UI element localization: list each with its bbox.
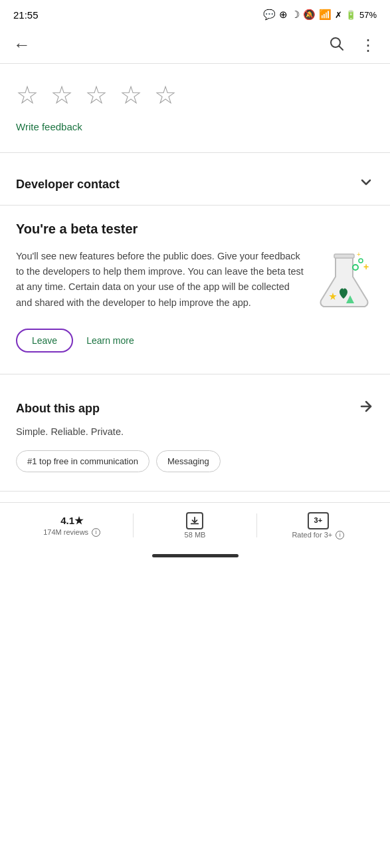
home-bar <box>152 554 239 557</box>
age-rating-icon: 3+ <box>308 512 329 529</box>
star-4[interactable]: ☆ <box>120 82 142 108</box>
info-icon-rating[interactable]: i <box>336 531 344 539</box>
learn-more-button[interactable]: Learn more <box>86 335 134 346</box>
star-5[interactable]: ☆ <box>154 82 177 108</box>
svg-point-6 <box>359 259 363 263</box>
age-rating-box: 3+ <box>308 512 329 529</box>
info-icon-reviews[interactable]: i <box>92 528 100 537</box>
nav-bar: ← ⋮ <box>0 27 390 64</box>
chevron-down-icon <box>358 174 374 194</box>
download-icon <box>186 512 203 529</box>
divider-1 <box>0 152 390 153</box>
tags-row: #1 top free in communication Messaging <box>16 450 374 478</box>
star-1[interactable]: ☆ <box>16 82 39 108</box>
svg-text:+: + <box>357 251 361 258</box>
arrow-right-icon <box>358 398 374 418</box>
beta-tester-section: You're a beta tester You'll see new feat… <box>0 206 390 363</box>
age-stat[interactable]: 3+ Rated for 3+ i <box>257 509 379 542</box>
tag-chip-2[interactable]: Messaging <box>156 450 221 472</box>
more-options-button[interactable]: ⋮ <box>357 33 379 57</box>
stars-row: ☆ ☆ ☆ ☆ ☆ <box>16 82 177 108</box>
battery-icon: 🔋 <box>345 10 356 20</box>
size-stat: 58 MB <box>134 509 256 541</box>
about-header[interactable]: About this app <box>16 398 374 418</box>
tag-chip-1[interactable]: #1 top free in communication <box>16 450 149 472</box>
developer-contact-section[interactable]: Developer contact <box>0 164 390 205</box>
rating-value: 4.1★ <box>60 515 83 527</box>
home-indicator <box>0 549 390 560</box>
svg-line-1 <box>340 46 343 50</box>
rating-stat[interactable]: 4.1★ 174M reviews i <box>11 512 133 539</box>
moon-icon: ☽ <box>291 9 300 21</box>
beta-illustration: + + <box>314 249 374 315</box>
svg-point-5 <box>353 265 358 270</box>
status-icons: 💬 ⊕ ☽ 🔕 📶 ✗ 🔋 57% <box>263 9 377 21</box>
whatsapp-icon: 💬 <box>263 9 276 21</box>
svg-text:+: + <box>363 261 369 272</box>
battery-percent: 57% <box>359 10 377 20</box>
no-signal-icon: ✗ <box>335 10 342 20</box>
divider-4 <box>0 491 390 492</box>
write-feedback-button[interactable]: Write feedback <box>16 118 82 135</box>
beta-tester-title: You're a beta tester <box>16 221 374 237</box>
about-description: Simple. Reliable. Private. <box>16 425 374 440</box>
nav-right: ⋮ <box>326 33 379 58</box>
status-bar: 21:55 💬 ⊕ ☽ 🔕 📶 ✗ 🔋 57% <box>0 0 390 27</box>
about-title: About this app <box>16 402 100 416</box>
about-app-section: About this app Simple. Reliable. Private… <box>0 385 390 480</box>
nav-left: ← <box>11 32 33 58</box>
bottom-bar: 4.1★ 174M reviews i 58 MB 3+ <box>0 502 390 549</box>
star-3[interactable]: ☆ <box>85 82 108 108</box>
connectivity-icon: ⊕ <box>279 9 288 21</box>
size-label: 58 MB <box>185 531 206 539</box>
mute-icon: 🔕 <box>303 9 316 21</box>
star-2[interactable]: ☆ <box>50 82 73 108</box>
wifi-icon: 📶 <box>319 9 332 21</box>
developer-contact-title: Developer contact <box>16 178 120 192</box>
stars-section: ☆ ☆ ☆ ☆ ☆ Write feedback <box>0 64 390 142</box>
reviews-label: 174M reviews i <box>43 528 100 537</box>
rated-for-label: Rated for 3+ i <box>292 531 344 539</box>
beta-buttons: Leave Learn more <box>16 329 374 353</box>
beta-content: You'll see new features before the publi… <box>16 249 374 315</box>
back-button[interactable]: ← <box>11 32 33 58</box>
beta-description: You'll see new features before the publi… <box>16 249 304 311</box>
size-icon <box>186 512 203 529</box>
divider-3 <box>0 374 390 374</box>
search-button[interactable] <box>326 33 347 58</box>
leave-beta-button[interactable]: Leave <box>16 329 73 353</box>
svg-rect-2 <box>334 254 354 258</box>
status-time: 21:55 <box>13 9 39 21</box>
